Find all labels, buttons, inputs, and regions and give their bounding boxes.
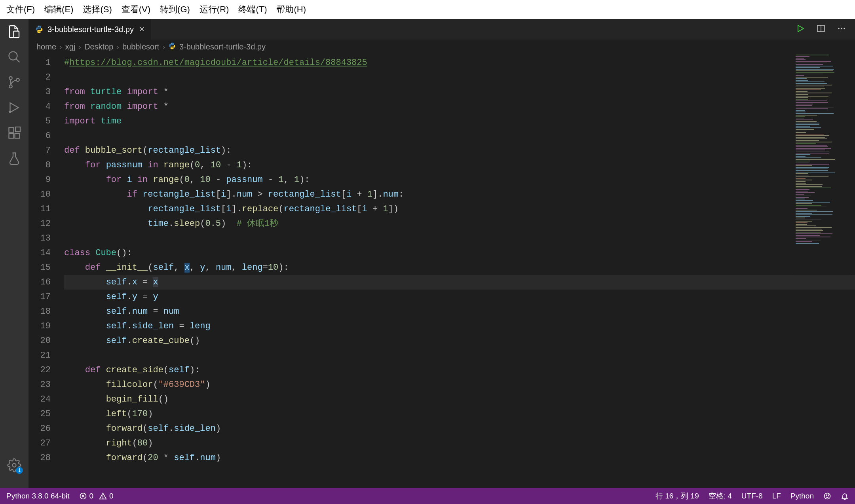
svg-rect-8 — [9, 134, 14, 138]
status-cursor[interactable]: 行 16，列 19 — [656, 491, 699, 501]
status-lang[interactable]: Python — [790, 492, 814, 500]
menu-item[interactable]: 转到(G) — [160, 4, 190, 15]
menu-item[interactable]: 编辑(E) — [44, 4, 73, 15]
breadcrumb-segment[interactable]: Desktop — [84, 42, 113, 51]
svg-rect-9 — [15, 134, 20, 138]
minimap[interactable] — [794, 54, 849, 275]
tab-filename: 3-bubblesort-turtle-3d.py — [48, 25, 134, 34]
svg-point-28 — [828, 495, 829, 496]
editor-tabs: 3-bubblesort-turtle-3d.py × — [28, 19, 855, 40]
svg-point-20 — [173, 48, 174, 49]
explorer-icon[interactable] — [7, 25, 21, 39]
svg-point-5 — [16, 78, 19, 81]
settings-icon[interactable]: 1 — [7, 458, 21, 472]
close-icon[interactable]: × — [139, 24, 144, 34]
notifications-icon[interactable] — [841, 492, 849, 500]
menu-item[interactable]: 查看(V) — [122, 4, 150, 15]
svg-point-3 — [9, 77, 12, 80]
search-icon[interactable] — [7, 50, 21, 64]
svg-point-4 — [9, 85, 12, 88]
menu-item[interactable]: 帮助(H) — [276, 4, 306, 15]
status-problems[interactable]: 0 0 — [79, 492, 114, 500]
breadcrumb-segment[interactable]: 3-bubblesort-turtle-3d.py — [179, 42, 266, 51]
extensions-icon[interactable] — [7, 126, 21, 140]
menu-item[interactable]: 文件(F) — [6, 4, 35, 15]
breadcrumb-segment[interactable]: bubblesort — [122, 42, 159, 51]
menubar: 文件(F)编辑(E)选择(S)查看(V)转到(G)运行(R)终端(T)帮助(H) — [0, 0, 855, 19]
status-spaces[interactable]: 空格: 4 — [709, 491, 732, 501]
svg-point-17 — [841, 28, 842, 29]
svg-point-1 — [9, 52, 17, 60]
code-content[interactable]: #https://blog.csdn.net/magicdoubi/articl… — [62, 54, 855, 488]
breadcrumb-segment[interactable]: home — [36, 42, 56, 51]
status-bar: Python 3.8.0 64-bit 0 0 行 16，列 19 空格: 4 … — [0, 488, 855, 504]
code-editor[interactable]: 1234567891011121314151617181920212223242… — [28, 54, 855, 488]
svg-rect-10 — [15, 127, 20, 132]
svg-point-12 — [38, 26, 38, 27]
svg-point-26 — [825, 493, 830, 499]
svg-point-19 — [171, 43, 172, 44]
svg-line-2 — [16, 59, 20, 63]
status-python-version[interactable]: Python 3.8.0 64-bit — [6, 492, 70, 500]
tab-file[interactable]: 3-bubblesort-turtle-3d.py × — [28, 19, 151, 40]
svg-point-13 — [40, 32, 41, 32]
svg-point-6 — [9, 111, 11, 113]
feedback-icon[interactable] — [823, 492, 831, 500]
more-icon[interactable] — [837, 24, 846, 35]
menu-item[interactable]: 终端(T) — [238, 4, 267, 15]
status-encoding[interactable]: UTF-8 — [741, 492, 763, 500]
svg-point-16 — [838, 28, 840, 29]
svg-point-18 — [844, 28, 845, 29]
python-file-icon — [35, 25, 44, 34]
python-file-icon — [168, 42, 176, 52]
menu-item[interactable]: 选择(S) — [83, 4, 112, 15]
line-number-gutter: 1234567891011121314151617181920212223242… — [28, 54, 62, 488]
source-control-icon[interactable] — [7, 75, 21, 89]
svg-rect-7 — [9, 128, 14, 133]
run-debug-icon[interactable] — [7, 100, 21, 115]
svg-rect-0 — [14, 31, 19, 38]
activity-bar: 1 — [0, 19, 28, 488]
status-eol[interactable]: LF — [772, 492, 781, 500]
split-editor-icon[interactable] — [816, 24, 826, 35]
settings-badge: 1 — [16, 467, 23, 474]
svg-point-11 — [13, 464, 16, 467]
run-icon[interactable] — [796, 24, 805, 35]
svg-point-27 — [826, 495, 827, 496]
testing-icon[interactable] — [7, 151, 21, 165]
svg-point-25 — [103, 498, 103, 498]
menu-item[interactable]: 运行(R) — [200, 4, 229, 15]
breadcrumb[interactable]: home›xgj›Desktop›bubblesort›3-bubblesort… — [28, 40, 855, 54]
breadcrumb-segment[interactable]: xgj — [65, 42, 76, 51]
